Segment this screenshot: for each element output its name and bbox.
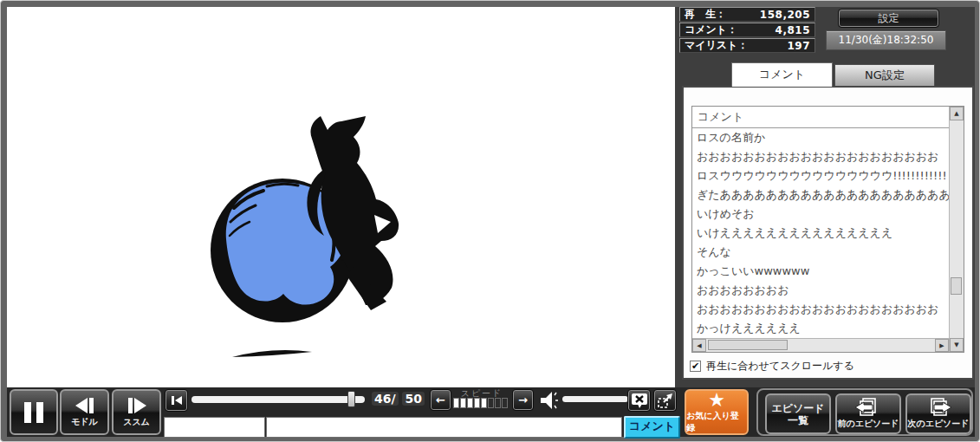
comment-row[interactable]: おおおおおおおお [692,281,949,300]
forward-button-label: ススム [123,416,150,428]
speed-segments [453,398,508,408]
comment-row[interactable]: かっけええええええ [692,319,949,338]
comment-row[interactable]: おおおおおおおおおおおおおおおおおおおおお [692,300,949,319]
stat-value: 158,205 [760,9,810,21]
autoscroll-label: 再生に合わせてスクロールする [706,359,854,374]
speed-up-button[interactable]: → [512,389,534,411]
episode-list-label-1: エピソード [771,402,824,414]
speed-segment [467,398,473,408]
comment-list-header: コメント [692,107,949,128]
time-current: 46/ [372,392,399,406]
right-panel: 再 生： 158,205 コメント： 4,815 マイリスト： 197 設定 1… [675,7,975,387]
autoscroll-checkbox[interactable]: ✔ [690,361,701,372]
ground-shadow [232,350,312,357]
episode-button-group: エピソード 一覧 前のエピソード 次のエピソード [756,388,973,436]
video-screen[interactable] [7,7,675,387]
step-forward-button[interactable]: ススム [112,389,161,435]
resize-icon [657,392,674,409]
time-display: 46/ 50 [372,392,425,406]
stat-row-plays: 再 生： 158,205 [679,7,815,22]
star-icon: ★ [708,391,725,410]
player-window: 再 生： 158,205 コメント： 4,815 マイリスト： 197 設定 1… [0,0,980,442]
horizontal-scrollbar[interactable]: ◀ ▶ [692,338,949,352]
datetime-display: 11/30(金)18:32:50 [826,30,946,50]
stat-value: 197 [787,40,810,52]
comment-off-icon [631,393,648,409]
comment-row[interactable]: ロスの名前か [692,128,949,147]
speed-segment [488,398,494,408]
comment-row[interactable]: かっこいいwwwwww [692,262,949,281]
hscroll-thumb[interactable] [708,340,788,350]
settings-button[interactable]: 設定 [838,9,939,28]
speed-segment [474,398,480,408]
speaker-icon[interactable] [538,390,561,411]
step-back-button[interactable]: モドル [60,389,109,435]
back-arrow-icon [74,396,96,415]
comment-row[interactable]: いけえええええええええええええええ [692,224,949,243]
speed-control: ← スピード → [430,389,534,412]
skip-start-icon [171,395,183,406]
comment-panel: コメント ロスの名前かおおおおおおおおおおおおおおおおおおおおおロスウウウウウウ… [682,86,974,380]
next-episode-label: 次のエピソード [907,418,969,430]
seek-thumb[interactable] [347,391,355,407]
tab-comment[interactable]: コメント [731,62,833,87]
volume-bar[interactable] [562,396,628,402]
favorite-button[interactable]: ★ お気に入り登録 [685,389,749,435]
episode-list-label-2: 一覧 [771,414,824,426]
comment-row[interactable]: ぎたああああああああああああああああああああ [692,185,949,205]
vertical-scrollbar[interactable]: ▲ ▼ [949,107,964,352]
prev-episode-label: 前のエピソード [837,418,899,430]
favorite-button-label: お気に入り登録 [686,410,747,434]
comment-list-rows: ロスの名前かおおおおおおおおおおおおおおおおおおおおおロスウウウウウウウウウウウ… [692,128,949,338]
episode-list-button[interactable]: エピソード 一覧 [765,393,831,434]
resize-player-button[interactable] [653,389,677,412]
hide-comments-button[interactable] [627,389,651,412]
scroll-left-button[interactable]: ◀ [692,339,706,352]
tab-ng-settings[interactable]: NG設定 [834,64,935,87]
seek-bar[interactable] [191,396,365,403]
comment-submit-button[interactable]: コメント [624,416,680,439]
autoscroll-row: ✔ 再生に合わせてスクロールする [690,359,854,374]
speed-segment [481,398,487,408]
comment-input[interactable] [266,417,622,438]
comment-row[interactable]: そんな [692,243,949,262]
time-total: 50 [402,392,424,406]
stat-label: コメント： [685,23,737,37]
stat-label: マイリスト： [685,38,748,53]
back-button-label: モドル [71,416,98,428]
comment-row[interactable]: ロスウウウウウウウウウウウウウウウ!!!!!!!!!!!! [692,166,949,185]
skip-to-start-button[interactable] [165,389,188,412]
pause-icon [24,402,43,423]
speed-down-button[interactable]: ← [430,389,451,411]
next-episode-button[interactable]: 次のエピソード [905,393,971,434]
control-bar: モドル ススム 46/ 50 ← スピード → [7,387,975,437]
comment-row[interactable]: いけめそお [692,205,949,224]
prev-episode-button[interactable]: 前のエピソード [835,393,901,434]
speed-segment [502,398,508,408]
pause-button[interactable] [10,389,58,435]
stat-row-mylist: マイリスト： 197 [679,38,815,53]
vscroll-track[interactable] [950,120,964,338]
prev-episode-icon [853,398,883,417]
hscroll-track[interactable] [706,339,935,352]
scroll-right-button[interactable]: ▶ [935,339,949,352]
comment-listbox: コメント ロスの名前かおおおおおおおおおおおおおおおおおおおおおロスウウウウウウ… [691,106,964,353]
vscroll-thumb[interactable] [951,277,962,295]
speed-segment [453,398,459,408]
next-episode-icon [924,398,953,417]
stats-table: 再 生： 158,205 コメント： 4,815 マイリスト： 197 [679,7,815,54]
stat-value: 4,815 [776,24,810,36]
stat-row-comments: コメント： 4,815 [679,23,815,37]
forward-arrow-icon [126,396,148,415]
command-input[interactable] [164,417,265,438]
scroll-down-button[interactable]: ▼ [950,338,964,352]
comment-row[interactable]: おおおおおおおおおおおおおおおおおおおおお [692,147,949,166]
stat-label: 再 生： [685,7,726,22]
speed-segment [460,398,466,408]
video-frame-illustration [7,7,675,387]
speed-segment [495,398,501,408]
scroll-up-button[interactable]: ▲ [950,107,964,120]
